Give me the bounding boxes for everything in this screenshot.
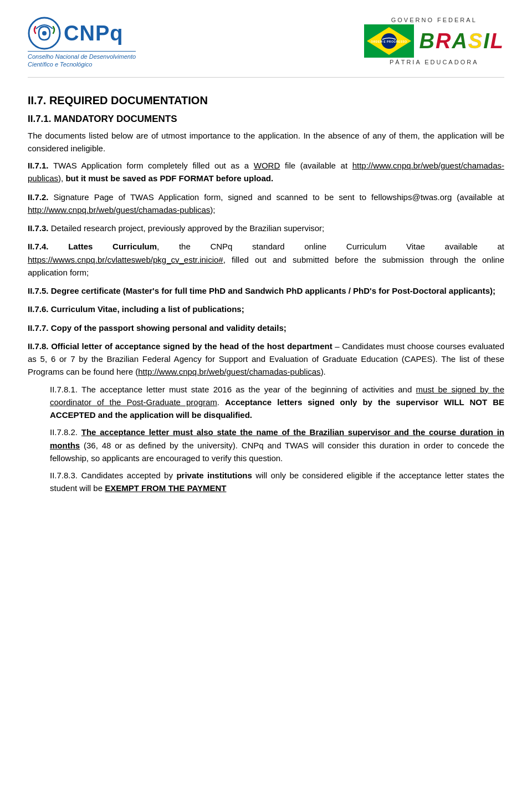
page: CNPq Conselho Nacional de Desenvolviment…	[0, 0, 532, 523]
cnpq-subtitle: Conselho Nacional de Desenvolvimento Cie…	[28, 51, 136, 69]
cnpq-icon	[28, 17, 61, 50]
intro-paragraph: The documents listed below are of utmost…	[28, 129, 504, 155]
item-ii73: II.7.3. Detailed research project, previ…	[28, 222, 504, 234]
item-ii76-label: II.7.6.	[28, 304, 49, 314]
ii71-bold-text: but it must be saved as PDF FORMAT befor…	[65, 173, 273, 183]
brasil-text: BRASIL	[420, 30, 505, 52]
item-ii76-text: Curriculum Vitae, including a list of pu…	[51, 304, 244, 314]
item-ii74: II.7.4. Lattes Curriculum, the CNPq stan…	[28, 240, 504, 279]
brasil-logo-container: GOVERNO FEDERAL ORDEM E PROGRESSO BRASIL	[364, 17, 505, 65]
item-ii72: II.7.2. Signature Page of TWAS Applicati…	[28, 191, 504, 217]
item-ii78-bold-text: Official letter of acceptance signed by …	[51, 341, 332, 351]
main-content: II.7. REQUIRED DOCUMENTATION II.7.1. MAN…	[28, 94, 504, 495]
item-ii75-text: Degree certificate (Master's for full ti…	[51, 286, 495, 295]
subsection-title: II.7.1. MANDATORY DOCUMENTS	[28, 114, 504, 125]
url-ii74[interactable]: https://wwws.cnpq.br/cvlattesweb/pkg_cv_…	[28, 255, 223, 264]
item-ii71-label: II.7.1.	[28, 161, 49, 170]
item-ii77-text: Copy of the passport showing personal an…	[51, 323, 287, 333]
lattes-bold: Lattes Curriculum	[68, 242, 157, 251]
item-ii781: II.7.8.1. The acceptance letter must sta…	[50, 383, 504, 422]
ii782-bold-underline: The acceptance letter must also state th…	[50, 427, 504, 450]
header: CNPq Conselho Nacional de Desenvolviment…	[28, 17, 504, 78]
item-ii77-label: II.7.7.	[28, 323, 49, 333]
word-underline: WORD	[254, 161, 280, 170]
item-ii783: II.7.8.3. Candidates accepted by private…	[50, 469, 504, 495]
item-ii73-label: II.7.3.	[28, 223, 49, 233]
item-ii78: II.7.8. Official letter of acceptance si…	[28, 340, 504, 495]
item-ii71: II.7.1. TWAS Application form completely…	[28, 159, 504, 185]
item-ii78-label: II.7.8.	[28, 341, 49, 351]
brazil-flag-icon: ORDEM E PROGRESSO	[364, 24, 414, 58]
item-ii72-label: II.7.2.	[28, 192, 49, 202]
item-ii782: II.7.8.2. The acceptance letter must als…	[50, 426, 504, 464]
item-ii74-label: II.7.4.	[28, 242, 49, 251]
svg-text:ORDEM E PROGRESSO: ORDEM E PROGRESSO	[371, 40, 407, 43]
cnpq-logo-container: CNPq Conselho Nacional de Desenvolviment…	[28, 17, 136, 69]
section-title: II.7. REQUIRED DOCUMENTATION	[28, 94, 504, 107]
url-ii78[interactable]: http://www.cnpq.br/web/guest/chamadas-pu…	[138, 367, 320, 376]
url-ii72[interactable]: http://www.cnpq.br/web/guest/chamadas-pu…	[28, 205, 210, 214]
item-ii75-label: II.7.5.	[28, 286, 49, 295]
gov-federal-text: GOVERNO FEDERAL	[391, 17, 477, 23]
item-ii77: II.7.7. Copy of the passport showing per…	[28, 321, 504, 334]
ii783-exempt-text: EXEMPT FROM THE PAYMENT	[105, 483, 226, 493]
patria-educadora-text: PÁTRIA EDUCADORA	[390, 59, 478, 65]
item-ii75: II.7.5. Degree certificate (Master's for…	[28, 284, 504, 297]
item-ii76: II.7.6. Curriculum Vitae, including a li…	[28, 303, 504, 315]
cnpq-brand-text: CNPq	[64, 22, 123, 45]
ii783-private-bold: private institutions	[176, 471, 252, 480]
svg-point-1	[42, 31, 47, 35]
